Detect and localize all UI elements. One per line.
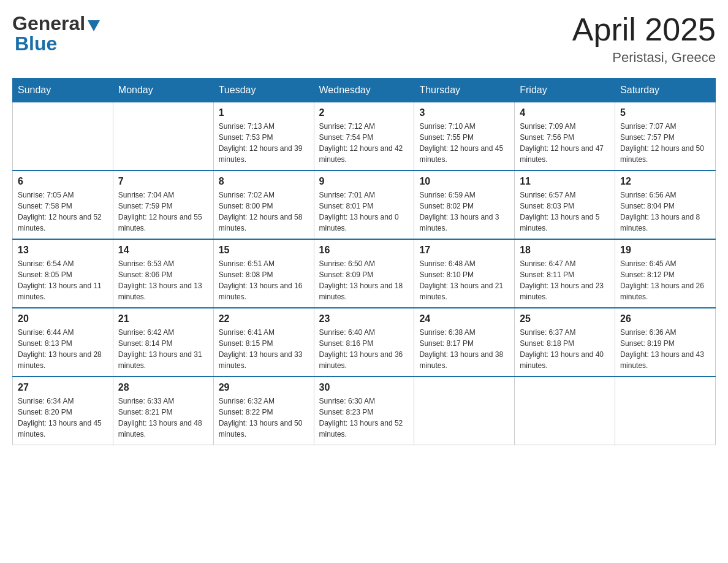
day-number: 9 xyxy=(319,176,409,187)
day-info: Sunrise: 6:50 AMSunset: 8:09 PMDaylight:… xyxy=(319,258,409,302)
day-info: Sunrise: 7:12 AMSunset: 7:54 PMDaylight:… xyxy=(319,121,409,165)
day-info: Sunrise: 6:51 AMSunset: 8:08 PMDaylight:… xyxy=(219,258,309,302)
day-number: 28 xyxy=(118,382,208,393)
day-info: Sunrise: 6:42 AMSunset: 8:14 PMDaylight:… xyxy=(118,327,208,371)
calendar-day-cell: 11Sunrise: 6:57 AMSunset: 8:03 PMDayligh… xyxy=(515,170,615,239)
day-info: Sunrise: 7:09 AMSunset: 7:56 PMDaylight:… xyxy=(520,121,610,165)
day-info: Sunrise: 6:59 AMSunset: 8:02 PMDaylight:… xyxy=(419,190,509,234)
day-number: 11 xyxy=(520,176,610,187)
calendar-day-cell: 18Sunrise: 6:47 AMSunset: 8:11 PMDayligh… xyxy=(515,239,615,308)
calendar-day-cell: 25Sunrise: 6:37 AMSunset: 8:18 PMDayligh… xyxy=(515,308,615,377)
header-wednesday: Wednesday xyxy=(314,79,414,102)
calendar-week-2: 6Sunrise: 7:05 AMSunset: 7:58 PMDaylight… xyxy=(13,170,716,239)
day-info: Sunrise: 6:38 AMSunset: 8:17 PMDaylight:… xyxy=(419,327,509,371)
day-info: Sunrise: 6:53 AMSunset: 8:06 PMDaylight:… xyxy=(118,258,208,302)
calendar-day-cell: 3Sunrise: 7:10 AMSunset: 7:55 PMDaylight… xyxy=(414,102,515,171)
day-number: 12 xyxy=(620,176,710,187)
day-number: 29 xyxy=(219,382,309,393)
calendar-day-cell xyxy=(615,377,716,445)
day-number: 26 xyxy=(620,313,710,324)
calendar-week-3: 13Sunrise: 6:54 AMSunset: 8:05 PMDayligh… xyxy=(13,239,716,308)
day-info: Sunrise: 6:45 AMSunset: 8:12 PMDaylight:… xyxy=(620,258,710,302)
day-info: Sunrise: 6:48 AMSunset: 8:10 PMDaylight:… xyxy=(419,258,509,302)
day-number: 22 xyxy=(219,313,309,324)
day-number: 14 xyxy=(118,245,208,256)
day-info: Sunrise: 6:34 AMSunset: 8:20 PMDaylight:… xyxy=(18,396,108,440)
calendar-day-cell xyxy=(515,377,615,445)
calendar-day-cell: 27Sunrise: 6:34 AMSunset: 8:20 PMDayligh… xyxy=(13,377,113,445)
calendar-day-cell: 5Sunrise: 7:07 AMSunset: 7:57 PMDaylight… xyxy=(615,102,716,171)
calendar-day-cell: 8Sunrise: 7:02 AMSunset: 8:00 PMDaylight… xyxy=(213,170,314,239)
day-info: Sunrise: 6:40 AMSunset: 8:16 PMDaylight:… xyxy=(319,327,409,371)
calendar-day-cell: 10Sunrise: 6:59 AMSunset: 8:02 PMDayligh… xyxy=(414,170,515,239)
logo-blue-text: Blue xyxy=(15,33,57,55)
calendar-day-cell: 21Sunrise: 6:42 AMSunset: 8:14 PMDayligh… xyxy=(113,308,213,377)
day-number: 20 xyxy=(18,313,108,324)
day-number: 17 xyxy=(419,245,509,256)
calendar-day-cell: 7Sunrise: 7:04 AMSunset: 7:59 PMDaylight… xyxy=(113,170,213,239)
day-number: 4 xyxy=(520,107,610,118)
month-title: April 2025 xyxy=(572,12,716,47)
day-info: Sunrise: 6:41 AMSunset: 8:15 PMDaylight:… xyxy=(219,327,309,371)
header-thursday: Thursday xyxy=(414,79,515,102)
calendar-day-cell: 14Sunrise: 6:53 AMSunset: 8:06 PMDayligh… xyxy=(113,239,213,308)
day-info: Sunrise: 6:32 AMSunset: 8:22 PMDaylight:… xyxy=(219,396,309,440)
page-header: General Blue April 2025 Peristasi, Greec… xyxy=(12,12,716,66)
day-info: Sunrise: 6:36 AMSunset: 8:19 PMDaylight:… xyxy=(620,327,710,371)
header-saturday: Saturday xyxy=(615,79,716,102)
calendar-day-cell: 17Sunrise: 6:48 AMSunset: 8:10 PMDayligh… xyxy=(414,239,515,308)
day-number: 5 xyxy=(620,107,710,118)
day-info: Sunrise: 6:30 AMSunset: 8:23 PMDaylight:… xyxy=(319,396,409,440)
calendar-day-cell: 23Sunrise: 6:40 AMSunset: 8:16 PMDayligh… xyxy=(314,308,414,377)
day-info: Sunrise: 6:56 AMSunset: 8:04 PMDaylight:… xyxy=(620,190,710,234)
day-number: 10 xyxy=(419,176,509,187)
header-tuesday: Tuesday xyxy=(213,79,314,102)
calendar-day-cell: 12Sunrise: 6:56 AMSunset: 8:04 PMDayligh… xyxy=(615,170,716,239)
logo: General Blue xyxy=(12,12,100,55)
calendar-day-cell: 29Sunrise: 6:32 AMSunset: 8:22 PMDayligh… xyxy=(213,377,314,445)
day-number: 3 xyxy=(419,107,509,118)
day-number: 27 xyxy=(18,382,108,393)
header-monday: Monday xyxy=(113,79,213,102)
day-number: 23 xyxy=(319,313,409,324)
header-friday: Friday xyxy=(515,79,615,102)
calendar-day-cell: 22Sunrise: 6:41 AMSunset: 8:15 PMDayligh… xyxy=(213,308,314,377)
day-number: 25 xyxy=(520,313,610,324)
day-info: Sunrise: 6:47 AMSunset: 8:11 PMDaylight:… xyxy=(520,258,610,302)
calendar-day-cell: 16Sunrise: 6:50 AMSunset: 8:09 PMDayligh… xyxy=(314,239,414,308)
calendar-day-cell: 30Sunrise: 6:30 AMSunset: 8:23 PMDayligh… xyxy=(314,377,414,445)
calendar-day-cell: 19Sunrise: 6:45 AMSunset: 8:12 PMDayligh… xyxy=(615,239,716,308)
calendar-day-cell xyxy=(113,102,213,171)
day-info: Sunrise: 7:05 AMSunset: 7:58 PMDaylight:… xyxy=(18,190,108,234)
day-info: Sunrise: 6:37 AMSunset: 8:18 PMDaylight:… xyxy=(520,327,610,371)
day-info: Sunrise: 7:10 AMSunset: 7:55 PMDaylight:… xyxy=(419,121,509,165)
calendar-header-row: SundayMondayTuesdayWednesdayThursdayFrid… xyxy=(13,79,716,102)
day-info: Sunrise: 7:01 AMSunset: 8:01 PMDaylight:… xyxy=(319,190,409,234)
calendar-day-cell: 6Sunrise: 7:05 AMSunset: 7:58 PMDaylight… xyxy=(13,170,113,239)
day-number: 30 xyxy=(319,382,409,393)
calendar-day-cell: 9Sunrise: 7:01 AMSunset: 8:01 PMDaylight… xyxy=(314,170,414,239)
day-info: Sunrise: 7:13 AMSunset: 7:53 PMDaylight:… xyxy=(219,121,309,165)
day-number: 18 xyxy=(520,245,610,256)
calendar-day-cell: 15Sunrise: 6:51 AMSunset: 8:08 PMDayligh… xyxy=(213,239,314,308)
day-info: Sunrise: 6:57 AMSunset: 8:03 PMDaylight:… xyxy=(520,190,610,234)
calendar-day-cell: 28Sunrise: 6:33 AMSunset: 8:21 PMDayligh… xyxy=(113,377,213,445)
calendar-day-cell: 24Sunrise: 6:38 AMSunset: 8:17 PMDayligh… xyxy=(414,308,515,377)
calendar-day-cell xyxy=(414,377,515,445)
location-subtitle: Peristasi, Greece xyxy=(572,50,716,66)
day-info: Sunrise: 7:07 AMSunset: 7:57 PMDaylight:… xyxy=(620,121,710,165)
day-number: 1 xyxy=(219,107,309,118)
calendar-week-1: 1Sunrise: 7:13 AMSunset: 7:53 PMDaylight… xyxy=(13,102,716,171)
day-info: Sunrise: 6:44 AMSunset: 8:13 PMDaylight:… xyxy=(18,327,108,371)
day-number: 2 xyxy=(319,107,409,118)
calendar-day-cell: 13Sunrise: 6:54 AMSunset: 8:05 PMDayligh… xyxy=(13,239,113,308)
day-number: 6 xyxy=(18,176,108,187)
day-number: 8 xyxy=(219,176,309,187)
calendar-day-cell: 2Sunrise: 7:12 AMSunset: 7:54 PMDaylight… xyxy=(314,102,414,171)
day-number: 13 xyxy=(18,245,108,256)
calendar-week-4: 20Sunrise: 6:44 AMSunset: 8:13 PMDayligh… xyxy=(13,308,716,377)
day-number: 16 xyxy=(319,245,409,256)
day-number: 21 xyxy=(118,313,208,324)
calendar-day-cell: 4Sunrise: 7:09 AMSunset: 7:56 PMDaylight… xyxy=(515,102,615,171)
day-info: Sunrise: 7:02 AMSunset: 8:00 PMDaylight:… xyxy=(219,190,309,234)
